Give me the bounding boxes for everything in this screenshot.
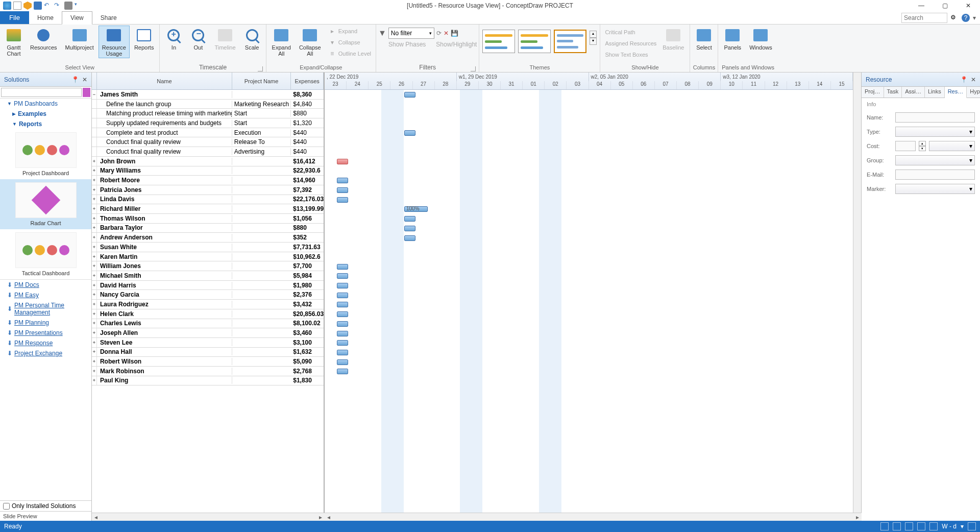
solution-link[interactable]: ⬇ PM Docs: [0, 280, 91, 290]
cost-up[interactable]: ▴: [919, 141, 926, 146]
resource-tab[interactable]: Proj…: [862, 87, 884, 98]
res-group-combo[interactable]: ▾: [895, 155, 975, 165]
help-icon[interactable]: ?: [962, 14, 970, 22]
themes-up-icon[interactable]: ▴: [590, 31, 597, 38]
grid-row[interactable]: +Steven Lee$3,100: [92, 338, 324, 348]
resource-close-icon[interactable]: ✕: [971, 76, 976, 83]
solution-link[interactable]: ⬇ Project Exchange: [0, 348, 91, 358]
resource-tab[interactable]: Hyp…: [967, 87, 980, 98]
gantt-bar[interactable]: [404, 226, 415, 231]
res-email-input[interactable]: [895, 170, 975, 180]
qa-dropdown-icon[interactable]: ▾: [75, 2, 83, 10]
grid-row[interactable]: +John Brown$16,412: [92, 157, 324, 166]
grid-row[interactable]: +Barbara Taylor$880: [92, 224, 324, 233]
solution-link[interactable]: ⬇ PM Planning: [0, 318, 91, 328]
gantt-bar[interactable]: [404, 92, 415, 98]
collapse-button[interactable]: ▾Collapse: [326, 37, 374, 48]
gantt-bar[interactable]: [337, 197, 348, 203]
solutions-filter-icon[interactable]: [83, 88, 90, 97]
grid-row[interactable]: Conduct final quality reviewRelease To$4…: [92, 137, 324, 147]
gantt-bar[interactable]: [337, 302, 348, 307]
grid-row[interactable]: +David Harris$1,980: [92, 281, 324, 291]
gantt-bar[interactable]: [337, 369, 348, 374]
tab-share[interactable]: Share: [92, 11, 125, 24]
gantt-bar[interactable]: [404, 216, 415, 222]
col-expenses[interactable]: Expenses: [291, 72, 324, 89]
solution-link[interactable]: ⬇ PM Presentations: [0, 328, 91, 338]
filter-save-icon[interactable]: 💾: [451, 30, 458, 37]
grid-row[interactable]: +Donna Hall$1,632: [92, 348, 324, 357]
select-columns-button[interactable]: Select: [692, 26, 716, 52]
timescale-launcher[interactable]: [258, 66, 263, 71]
gantt-chart-button[interactable]: Gantt Chart: [2, 26, 26, 58]
qa-redo-icon[interactable]: ↷: [54, 2, 62, 10]
grid-row[interactable]: +Paul King$1,830: [92, 376, 324, 386]
filter-combo[interactable]: No filter▾: [388, 28, 434, 39]
gantt-bar[interactable]: [337, 159, 348, 164]
panels-button[interactable]: Panels: [720, 26, 745, 52]
cost-down[interactable]: ▾: [919, 146, 926, 151]
grid-row[interactable]: +Susan White$7,731.63: [92, 243, 324, 252]
zoom-in-button[interactable]: In: [162, 26, 185, 52]
timeline-button[interactable]: Timeline: [211, 26, 239, 52]
gantt-bar[interactable]: [337, 331, 348, 336]
solutions-search-input[interactable]: [1, 88, 82, 97]
grid-row[interactable]: +William Jones$7,700: [92, 261, 324, 271]
gantt-bar[interactable]: [337, 311, 348, 317]
resource-tab[interactable]: Res…: [945, 87, 967, 98]
grid-row[interactable]: Define the launch groupMarketing Researc…: [92, 100, 324, 109]
gantt-hscroll[interactable]: ◂▸: [325, 513, 862, 521]
grid-row[interactable]: Complete and test productExecution$440: [92, 128, 324, 138]
resource-pin-icon[interactable]: 📍: [960, 76, 968, 83]
resources-button[interactable]: Resources: [27, 26, 61, 52]
grid-row[interactable]: Supply updated requirements and budgetsS…: [92, 118, 324, 128]
gantt-bar[interactable]: [404, 130, 415, 136]
grid-row[interactable]: +Robert Wilson$5,090: [92, 357, 324, 367]
res-name-input[interactable]: [895, 112, 975, 123]
expand-all-button[interactable]: Expand All: [268, 26, 295, 58]
grid-row[interactable]: Matching product release timing with mar…: [92, 109, 324, 118]
theme-3[interactable]: [554, 30, 586, 53]
filters-launcher[interactable]: [471, 66, 476, 71]
gantt-bar[interactable]: [337, 283, 348, 288]
maximize-button[interactable]: ▢: [933, 0, 957, 11]
status-icon-4[interactable]: [917, 522, 925, 530]
qa-shield-icon[interactable]: [23, 2, 32, 10]
grid-row[interactable]: +Michael Smith$5,984: [92, 271, 324, 281]
col-name[interactable]: Name: [97, 72, 232, 89]
grid-row[interactable]: +Andrew Anderson$352: [92, 233, 324, 243]
show-text-boxes-button[interactable]: Show Text Boxes: [602, 49, 659, 60]
grid-row[interactable]: +Mary Williams$22,930.6: [92, 166, 324, 176]
baseline-button[interactable]: Baseline: [659, 26, 688, 60]
tab-view[interactable]: View: [62, 11, 92, 25]
gantt-bar[interactable]: [337, 264, 348, 270]
grid-row[interactable]: +Karen Martin$10,962.6: [92, 252, 324, 262]
grid-row[interactable]: +Mark Robinson$2,768: [92, 367, 324, 376]
scale-button[interactable]: Scale: [240, 26, 264, 52]
status-icon-2[interactable]: [893, 522, 901, 530]
search-settings-icon[interactable]: ⚙: [950, 14, 959, 22]
solution-thumb[interactable]: Project Dashboard: [0, 129, 91, 179]
tree-reports[interactable]: ▼Reports: [0, 119, 91, 129]
grid-row[interactable]: +Charles Lewis$8,100.02: [92, 319, 324, 329]
grid-row[interactable]: +Thomas Wilson$1,056: [92, 214, 324, 224]
grid-row[interactable]: +Robert Moore$14,960: [92, 176, 324, 185]
tree-pm-dashboards[interactable]: ▼PM Dashboards: [0, 99, 91, 109]
gantt-bar[interactable]: [337, 178, 348, 183]
solution-link[interactable]: ⬇ PM Easy: [0, 290, 91, 300]
grid-row[interactable]: +Laura Rodriguez$3,432: [92, 300, 324, 309]
filter-clear-icon[interactable]: ✕: [444, 30, 449, 37]
gantt-bar[interactable]: [337, 187, 348, 193]
show-highlight-button[interactable]: Show/Highlight: [436, 41, 477, 48]
resource-tab[interactable]: Assi…: [902, 87, 925, 98]
gantt-bar[interactable]: [404, 235, 415, 241]
solution-link[interactable]: ⬇ PM Personal Time Management: [0, 300, 91, 318]
status-icon-3[interactable]: [905, 522, 913, 530]
solution-thumb[interactable]: Tactical Dashboard: [0, 229, 91, 279]
grid-row[interactable]: +Linda Davis$22,176.03: [92, 195, 324, 205]
gantt-bar[interactable]: [337, 293, 348, 298]
grid-row[interactable]: +Helen Clark$20,856.03: [92, 309, 324, 319]
grid-row[interactable]: −James Smith$8,360: [92, 90, 324, 100]
qa-save-icon[interactable]: [34, 2, 42, 10]
outline-level-button[interactable]: ≡Outline Level: [326, 48, 374, 59]
